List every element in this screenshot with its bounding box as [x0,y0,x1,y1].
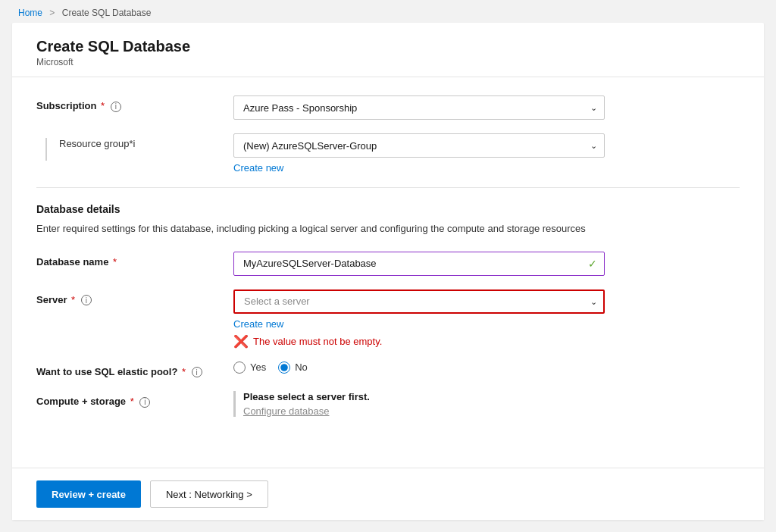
subscription-row: Subscription * i Azure Pass - Sponsorshi… [36,95,740,120]
section-divider [36,187,740,188]
compute-storage-box: Please select a server first. Configure … [233,391,740,417]
page-title: Create SQL Database [36,38,740,55]
compute-storage-control-col: Please select a server first. Configure … [233,391,740,417]
elastic-pool-row: Want to use SQL elastic pool? * i Yes No [36,361,740,378]
server-row: Server * i Select a server ⌄ Create new … [36,289,740,348]
elastic-pool-info-icon[interactable]: i [192,367,202,377]
elastic-pool-no-radio[interactable] [278,361,290,374]
elastic-pool-label-col: Want to use SQL elastic pool? * i [36,361,233,378]
resource-group-select-wrapper: (New) AzureSQLServer-Group ⌄ [233,133,605,158]
database-name-required: * [113,256,117,268]
database-name-input[interactable] [233,252,605,276]
subscription-label: Subscription [36,100,96,111]
server-required: * [71,294,75,305]
elastic-pool-options: Yes No [233,361,740,374]
resource-group-control-col: (New) AzureSQLServer-Group ⌄ Create new [233,133,740,174]
server-label: Server [36,294,67,305]
server-error-icon: ❌ [233,336,249,348]
compute-storage-label-col: Compute + storage * i [36,391,233,408]
compute-storage-label: Compute + storage [36,396,126,407]
review-create-button[interactable]: Review + create [36,480,141,508]
card-footer: Review + create Next : Networking > [12,468,764,520]
database-name-label: Database name [36,256,108,268]
server-error-msg: ❌ The value must not be empty. [233,336,740,348]
indent-line [45,138,47,161]
subscription-select-wrapper: Azure Pass - Sponsorship ⌄ [233,95,605,120]
database-details-desc: Enter required settings for this databas… [36,221,740,236]
compute-storage-row: Compute + storage * i Please select a se… [36,391,740,417]
card-header: Create SQL Database Microsoft [12,23,764,77]
resource-group-create-new[interactable]: Create new [233,162,740,174]
database-name-control-col: ✓ [233,252,740,276]
configure-database-link[interactable]: Configure database [243,405,740,417]
resource-group-section: Resource group * i (New) AzureSQLServer-… [36,133,740,174]
database-name-row: Database name * ✓ [36,252,740,276]
elastic-pool-yes-radio[interactable] [233,361,246,374]
breadcrumb-separator: > [49,8,55,18]
server-create-new[interactable]: Create new [233,318,740,330]
page-subtitle: Microsoft [36,57,740,67]
compute-storage-hint: Please select a server first. [243,391,370,402]
database-details-title: Database details [36,203,740,215]
main-card: Create SQL Database Microsoft Subscripti… [12,23,764,520]
subscription-label-col: Subscription * i [36,95,233,112]
elastic-pool-yes-option[interactable]: Yes [233,361,266,374]
server-label-col: Server * i [36,289,233,306]
server-control-col: Select a server ⌄ Create new ❌ The value… [233,289,740,348]
resource-group-info-icon[interactable]: i [133,138,136,149]
resource-group-select[interactable]: (New) AzureSQLServer-Group [233,133,605,158]
server-error-text: The value must not be empty. [253,336,382,347]
subscription-required: * [101,100,105,111]
server-info-icon[interactable]: i [81,295,92,305]
database-name-label-col: Database name * [36,252,233,268]
elastic-pool-yes-label: Yes [250,361,266,373]
compute-storage-info-icon[interactable]: i [139,397,150,408]
server-select[interactable]: Select a server [233,289,605,314]
breadcrumb-home[interactable]: Home [18,8,42,18]
elastic-pool-required: * [182,366,186,377]
elastic-pool-control-col: Yes No [233,361,740,374]
breadcrumb-current: Create SQL Database [62,8,152,18]
card-body: Subscription * i Azure Pass - Sponsorshi… [12,77,764,468]
subscription-info-icon[interactable]: i [111,102,121,112]
database-name-input-wrapper: ✓ [233,252,605,276]
elastic-pool-no-option[interactable]: No [278,361,308,374]
compute-storage-required: * [130,396,134,407]
breadcrumb: Home > Create SQL Database [0,0,776,23]
server-select-wrapper: Select a server ⌄ [233,289,605,314]
elastic-pool-no-label: No [295,361,308,373]
next-networking-button[interactable]: Next : Networking > [150,480,268,508]
database-name-checkmark-icon: ✓ [588,258,597,270]
subscription-control-col: Azure Pass - Sponsorship ⌄ [233,95,740,120]
subscription-select[interactable]: Azure Pass - Sponsorship [233,95,605,120]
resource-group-label-col: Resource group * i [36,133,233,161]
resource-group-label: Resource group [59,138,130,149]
elastic-pool-label: Want to use SQL elastic pool? [36,366,177,377]
